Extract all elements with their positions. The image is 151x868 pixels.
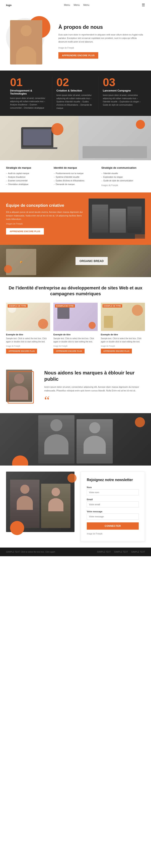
team-deco-lines (135, 234, 145, 239)
service-item: Positionnements sur la marque (54, 172, 98, 175)
services-image-credit[interactable]: Images de Freepik (101, 184, 145, 186)
number-title-3: Lancement Campagne (103, 89, 141, 92)
service-col-3: Stratégie de communication l'identité vi… (101, 166, 145, 186)
team-cta-button[interactable]: APPRENDRE ENCORE PLUS (6, 228, 44, 235)
service-list-3: l'identité visuelle Exploration du sloga… (101, 172, 145, 183)
card-cta-1[interactable]: APPRENDRE ENCORE PLUS (6, 349, 37, 353)
quote-description: lorem ipsum dolor sit amet, consectetur … (44, 385, 145, 393)
card-link-3[interactable]: Image de Freepik (101, 345, 145, 347)
food-section: 🥐 ORGANIC BREAD (0, 245, 151, 277)
team-section: Équipe de conception créative Elit a ali… (0, 192, 151, 245)
service-item: Guides d'icônes et d'illustrations (54, 179, 98, 183)
card-badge-1: EXEMPLE DE TITRE (8, 304, 28, 308)
message-input[interactable] (87, 514, 139, 520)
nav-item-2[interactable]: Menu (74, 4, 80, 6)
quote-mark: “ (44, 395, 145, 405)
team-orange-circle-top (135, 417, 145, 427)
card-1: EXEMPLE DE TITRE Exemple de titre Sample… (6, 303, 50, 353)
card-cta-3[interactable]: APPRENDRE ENCORE PLUS (101, 349, 132, 353)
card-2: EXEMPLE DE TITRE Exemple de titre Sample… (53, 303, 98, 353)
service-item: Analyse d'audience (6, 175, 50, 179)
card-title-2: Exemple de titre (53, 333, 98, 336)
footer-link-1[interactable]: SAMPLE TEXT (97, 551, 111, 553)
email-label: Email (87, 498, 139, 501)
service-item: Système d'identité visuelle (54, 175, 98, 179)
workspace-section (0, 116, 151, 160)
team-text: Équipe de conception créative Elit a ali… (6, 203, 84, 235)
hero-image-wrap (6, 18, 52, 64)
service-item: Examen concurrentiel (6, 179, 50, 183)
quote-text: Nous aidons les marques à éblouir leur p… (44, 370, 145, 405)
card-3: EXEMPLE DE TITRE Exemple de titre Sample… (101, 303, 145, 353)
newsletter-box: Rejoignez notre newsletter Nom Email Vot… (80, 472, 145, 541)
card-title-1: Exemple de titre (6, 333, 50, 336)
card-badge-3: EXEMPLE DE TITRE (103, 304, 122, 308)
nav-item-1[interactable]: Menu (64, 4, 70, 6)
card-badge-2: EXEMPLE DE TITRE (55, 304, 75, 308)
quote-portrait (6, 370, 32, 402)
card-desc-1: Sample text. Click to select the text bo… (6, 337, 50, 343)
number-title-1: Développement & Technologies (10, 89, 48, 95)
food-badge: ORGANIC BREAD (75, 257, 108, 265)
message-form-group: Votre message (87, 510, 139, 520)
food-badge-title: ORGANIC BREAD (79, 259, 104, 262)
hamburger-icon[interactable]: ☰ (142, 3, 145, 7)
footer-link-3[interactable]: SAMPLE TEXT (131, 551, 145, 553)
card-title-3: Exemple de titre (101, 333, 145, 336)
team-description: Elit a aliquam purus sit amet iaculis vi… (6, 210, 84, 221)
hero-text: À propos de nous Duis aute irure dolor i… (59, 24, 145, 59)
service-col-1: Stratégie de marque Audit du capital mar… (6, 166, 50, 186)
newsletter-submit-button[interactable]: CONNECTER (87, 522, 139, 530)
hero-image-credit[interactable]: Image de Freepik (59, 47, 145, 49)
service-item: Demande de marque (54, 183, 98, 186)
service-title-3: Stratégie de communication (101, 166, 145, 169)
number-desc-1: lorem ipsum dolor sit amet, consectetur … (10, 97, 48, 110)
hero-description: Duis aute irure dolor in reprehenderit i… (59, 33, 145, 44)
card-image-2: EXEMPLE DE TITRE (53, 303, 98, 331)
number-2: 02 (56, 76, 95, 88)
newsletter-section: Rejoignez notre newsletter Nom Email Vot… (0, 466, 151, 548)
food-orange-deco (4, 265, 12, 273)
name-input[interactable] (87, 489, 139, 495)
team-person-2 (76, 419, 113, 464)
message-label: Votre message (87, 510, 139, 513)
footer-links: SAMPLE TEXT SAMPLE TEXT SAMPLE TEXT (97, 551, 145, 553)
service-list-1: Audit du capital marque Analyse d'audien… (6, 172, 50, 186)
card-cta-2[interactable]: APPRENDRE ENCORE PLUS (53, 349, 84, 353)
name-form-group: Nom (87, 486, 139, 495)
team-img-inner (88, 198, 145, 239)
footer: SAMPLE TEXT. Click to select the text bo… (0, 548, 151, 556)
number-item-1: 01 Développement & Technologies lorem ip… (6, 76, 52, 110)
services-section: Stratégie de marque Audit du capital mar… (0, 160, 151, 192)
service-item: Exploration du slogan (101, 175, 145, 179)
newsletter-image-area (6, 472, 75, 532)
team-person-1 (38, 415, 75, 464)
card-link-1[interactable]: Image de Freepik (6, 345, 50, 347)
service-title-1: Stratégie de marque (6, 166, 50, 169)
number-1: 01 (10, 76, 48, 88)
service-item: l'identité visuelle (101, 172, 145, 175)
identity-title: De l'identité d'entreprise au développem… (6, 285, 145, 297)
hero-cta-button[interactable]: APPRENDRE ENCORE PLUS (59, 52, 98, 59)
service-title-2: Identité de marque (54, 166, 98, 169)
nav-item-3[interactable]: Menu (83, 4, 89, 6)
name-label: Nom (87, 486, 139, 489)
card-desc-3: Sample text. Click to select the text bo… (101, 337, 145, 343)
newsletter-image-credit[interactable]: Image de Freepik (87, 533, 103, 535)
team-image-credit[interactable]: Images de Freepik (6, 223, 84, 225)
team-photo-section (0, 413, 151, 466)
card-image-3: EXEMPLE DE TITRE (101, 303, 145, 331)
hero-person-image (10, 20, 42, 64)
team-title: Équipe de conception créative (6, 203, 84, 208)
quote-section: Nous aidons les marques à éblouir leur p… (0, 362, 151, 413)
card-link-2[interactable]: Image de Freepik (53, 345, 98, 347)
email-input[interactable] (87, 501, 139, 507)
footer-link-2[interactable]: SAMPLE TEXT (114, 551, 128, 553)
service-col-2: Identité de marque Positionnements sur l… (54, 166, 98, 186)
service-item: Guide de style de communication (101, 179, 145, 183)
number-item-3: 03 Lancement Campagne lorem ipsum dolor … (99, 76, 145, 110)
cards-row: EXEMPLE DE TITRE Exemple de titre Sample… (6, 303, 145, 353)
service-item: Orientation stratégique (6, 183, 50, 186)
logo: logo (6, 4, 11, 7)
number-desc-3: lorem ipsum dolor sit amet, consectetur … (103, 94, 141, 106)
